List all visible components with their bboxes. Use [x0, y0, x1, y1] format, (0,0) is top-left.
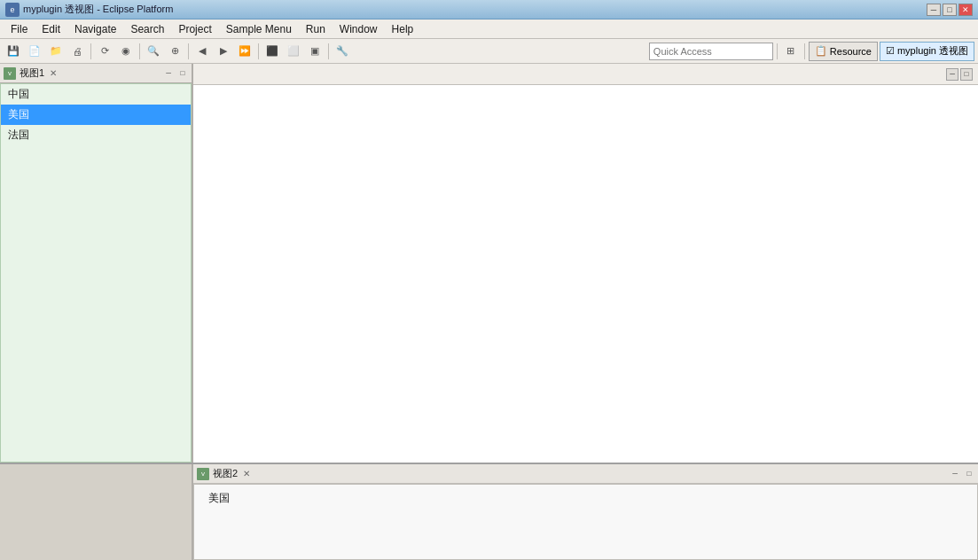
view2-tab-icon: v — [197, 468, 209, 480]
view2-minimize-btn[interactable]: ─ — [950, 469, 960, 479]
open-perspective-button[interactable]: ⊞ — [781, 42, 801, 61]
view2-left-spacer — [0, 464, 193, 560]
toolbar-btn-13[interactable]: ⬜ — [284, 42, 303, 61]
view2-content: 美国 — [193, 484, 978, 560]
myplugin-perspective-checkbox: ☑ — [886, 45, 895, 57]
menu-help[interactable]: Help — [385, 21, 421, 37]
list-item-usa[interactable]: 美国 — [1, 105, 191, 125]
toolbar-separator-7 — [804, 43, 805, 59]
quick-access-input[interactable] — [649, 43, 773, 60]
menu-run[interactable]: Run — [299, 21, 333, 37]
list-item-china[interactable]: 中国 — [1, 84, 191, 105]
restore-button[interactable]: □ — [943, 4, 957, 16]
toolbar-btn-15[interactable]: 🔧 — [333, 42, 352, 61]
toolbar-btn-11[interactable]: ⏩ — [235, 42, 254, 61]
view2-item-usa[interactable]: 美国 — [201, 488, 970, 509]
toolbar-separator-3 — [188, 43, 189, 59]
view2-tab-label[interactable]: 视图2 — [213, 467, 238, 480]
view1-content: 中国 美国 法国 — [0, 83, 192, 463]
view2-tab-bar: v 视图2 ✕ ─ □ — [193, 464, 978, 484]
editor-maximize-btn[interactable]: □ — [960, 68, 973, 81]
main-toolbar: 💾 📄 📁 🖨 ⟳ ◉ 🔍 ⊕ ◀ ▶ ⏩ ⬛ ⬜ ▣ 🔧 ⊞ 📋 Resour… — [0, 39, 978, 64]
middle-area: v 视图1 ✕ ─ □ 中国 美国 法国 ─ □ — [0, 64, 978, 463]
workspace-area: v 视图1 ✕ ─ □ 中国 美国 法国 ─ □ — [0, 64, 978, 560]
toolbar-btn-12[interactable]: ⬛ — [262, 42, 282, 61]
toolbar-separator-2 — [139, 43, 140, 59]
view1-minimize-btn[interactable]: ─ — [163, 68, 174, 79]
toolbar-btn-4[interactable]: 🖨 — [67, 42, 87, 61]
view2-maximize-btn[interactable]: □ — [964, 469, 974, 479]
toolbar-separator-4 — [258, 43, 259, 59]
menu-search[interactable]: Search — [123, 21, 171, 37]
toolbar-btn-6[interactable]: ◉ — [116, 42, 136, 61]
view2-area: v 视图2 ✕ ─ □ 美国 — [0, 463, 978, 560]
toolbar-btn-3[interactable]: 📁 — [46, 42, 66, 61]
perspective-icon: ⊞ — [786, 45, 794, 57]
menu-file[interactable]: File — [4, 21, 35, 37]
resource-perspective-btn[interactable]: 📋 Resource — [809, 42, 878, 61]
menu-sample[interactable]: Sample Menu — [219, 21, 299, 37]
close-button[interactable]: ✕ — [958, 4, 973, 16]
window-title: myplugin 透视图 - Eclipse Platform — [23, 3, 927, 16]
view1-panel: v 视图1 ✕ ─ □ 中国 美国 法国 — [0, 64, 193, 463]
toolbar-btn-5[interactable]: ⟳ — [95, 42, 114, 61]
editor-area: ─ □ — [193, 64, 978, 463]
view2-panel: v 视图2 ✕ ─ □ 美国 — [193, 464, 978, 560]
toolbar-btn-9[interactable]: ◀ — [192, 42, 212, 61]
view1-tab-close[interactable]: ✕ — [48, 68, 59, 79]
menu-project[interactable]: Project — [171, 21, 218, 37]
toolbar-btn-1[interactable]: 💾 — [4, 42, 23, 61]
title-bar: e myplugin 透视图 - Eclipse Platform ─ □ ✕ — [0, 0, 978, 19]
toolbar-btn-8[interactable]: ⊕ — [165, 42, 184, 61]
toolbar-btn-14[interactable]: ▣ — [305, 42, 325, 61]
toolbar-btn-2[interactable]: 📄 — [25, 42, 44, 61]
toolbar-btn-10[interactable]: ▶ — [214, 42, 233, 61]
editor-top-bar: ─ □ — [193, 64, 978, 85]
editor-content — [193, 85, 978, 463]
myplugin-perspective-label: myplugin 透视图 — [897, 44, 968, 58]
menu-window[interactable]: Window — [333, 21, 385, 37]
toolbar-separator-5 — [328, 43, 329, 59]
view1-tab-icon: v — [4, 67, 16, 80]
toolbar-btn-7[interactable]: 🔍 — [144, 42, 163, 61]
app-icon: e — [5, 3, 20, 17]
myplugin-perspective-btn[interactable]: ☑ myplugin 透视图 — [880, 42, 974, 61]
menu-bar: File Edit Navigate Search Project Sample… — [0, 19, 978, 39]
editor-minimize-btn[interactable]: ─ — [946, 68, 958, 81]
view2-tab-close[interactable]: ✕ — [241, 469, 252, 479]
view1-tab-bar: v 视图1 ✕ ─ □ — [0, 64, 192, 83]
resource-perspective-label: Resource — [830, 46, 872, 57]
resource-perspective-icon: 📋 — [815, 45, 827, 57]
menu-edit[interactable]: Edit — [35, 21, 67, 37]
minimize-button[interactable]: ─ — [927, 4, 941, 16]
list-item-france[interactable]: 法国 — [1, 125, 191, 145]
toolbar-separator-1 — [90, 43, 91, 59]
window-controls: ─ □ ✕ — [927, 4, 973, 16]
view1-tab-label[interactable]: 视图1 — [20, 66, 44, 80]
menu-navigate[interactable]: Navigate — [67, 21, 123, 37]
view1-maximize-btn[interactable]: □ — [177, 68, 188, 79]
toolbar-separator-6 — [777, 43, 778, 59]
